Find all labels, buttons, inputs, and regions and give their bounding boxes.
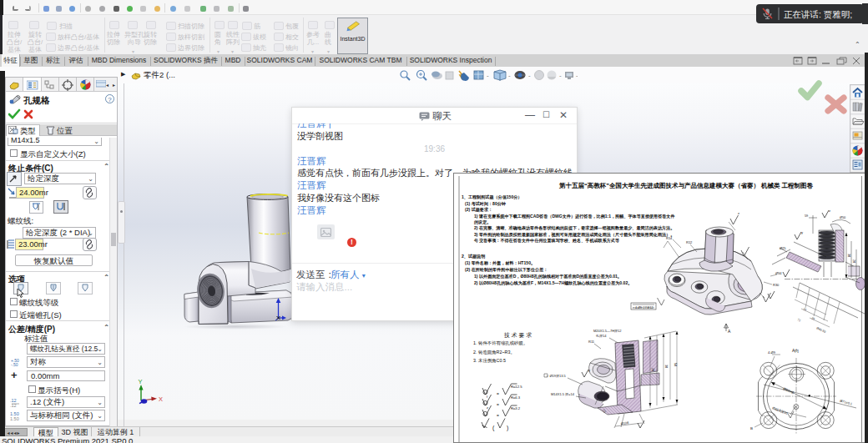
svg-text:M20X1.5—7H深12: M20X1.5—7H深12	[593, 329, 622, 333]
svg-text:A向: A向	[792, 348, 799, 353]
svg-text:X: X	[159, 395, 163, 403]
svg-text:2. 铸造圆角R2~R3。: 2. 铸造圆角R2~R3。	[473, 350, 515, 355]
svg-text:z: z	[829, 209, 830, 213]
svg-text:技术要求: 技术要求	[503, 332, 533, 339]
svg-text:⌐ 4-Ø9 ▽7深12: ⌐ 4-Ø9 ▽7深12	[633, 306, 653, 310]
svg-text:Ø34: Ø34	[775, 271, 782, 275]
svg-text:2) 在完整、清晰、准确地表达零件各形状结构的前提下，要求选: 2) 在完整、清晰、准确地表达零件各形状结构的前提下，要求选择一组视图数量最少、…	[474, 225, 674, 231]
svg-text:): )	[507, 425, 508, 431]
svg-text:-: -	[559, 72, 562, 79]
svg-text:R14: R14	[666, 236, 673, 240]
svg-text:Ø50: Ø50	[840, 216, 845, 219]
svg-text:-: -	[528, 72, 531, 79]
svg-text:1.50: 1.50	[10, 416, 19, 420]
svg-text:59: 59	[805, 214, 808, 218]
svg-text:38: 38	[664, 365, 668, 368]
svg-text:=: =	[497, 402, 499, 407]
svg-text:R12: R12	[686, 240, 693, 244]
svg-text:R11: R11	[588, 340, 595, 344]
svg-text:(1) 零件名称：外盖，材料：HT150。: (1) 零件名称：外盖，材料：HT150。	[465, 260, 535, 266]
svg-text:28: 28	[852, 259, 855, 263]
svg-text:-.50: -.50	[11, 362, 18, 367]
svg-text:(2) 试题要求：: (2) 试题要求：	[465, 207, 492, 213]
svg-text:⌐ Ø19深13.5: ⌐ Ø19深13.5	[547, 374, 567, 378]
svg-text:(2) 在所绘制的零件图中标注以下形位公差：: (2) 在所绘制的零件图中标注以下形位公差：	[465, 267, 548, 273]
svg-text:B: B	[750, 426, 753, 430]
svg-text:3. 未注倒角C0.5: 3. 未注倒角C0.5	[473, 358, 506, 364]
svg-text:1) 以外圆面定位基准D，Ø80H8孔的轴线相对于基准面D的: 1) 以外圆面定位基准D，Ø80H8孔的轴线相对于基准面D的垂直度公差为0.01…	[474, 274, 622, 279]
svg-text:58: 58	[674, 363, 677, 366]
svg-text:z: z	[738, 211, 739, 215]
svg-text:2) 以Ø80H8孔的轴心线为基准F，M14X1.5—7H螺: 2) 以Ø80H8孔的轴心线为基准F，M14X1.5—7H螺纹孔轴心线的位置度公…	[474, 280, 632, 286]
svg-text:1、工程制图试题（分值150分）: 1、工程制图试题（分值150分）	[462, 194, 522, 200]
svg-text:Ra3.2: Ra3.2	[511, 406, 521, 410]
svg-text:R30: R30	[773, 283, 780, 287]
svg-text:Ra6.3: Ra6.3	[511, 395, 521, 400]
svg-text:Ra12.5: Ra12.5	[511, 385, 522, 389]
svg-text:38: 38	[847, 254, 850, 257]
svg-text:.12: .12	[10, 403, 17, 407]
svg-text:(1) 考试时间：80分钟: (1) 考试时间：80分钟	[465, 201, 506, 207]
svg-text:28: 28	[651, 368, 654, 371]
svg-text:2、试题说明: 2、试题说明	[462, 254, 485, 259]
svg-text:y: y	[588, 368, 590, 372]
svg-text:-: -	[576, 72, 578, 79]
svg-text:M14X1.5 深=14: M14X1.5 深=14	[551, 392, 575, 396]
svg-text:4-Ø9: 4-Ø9	[768, 350, 776, 355]
svg-text:1) 请在竞赛系统中下载工程图CAD答卷（DWG文件）进行答: 1) 请在竞赛系统中下载工程图CAD答卷（DWG文件）进行答卷，比例1:1，图幅…	[474, 214, 675, 219]
svg-text:3) 零件图的绘制品质按照最新国家标准，视图可采用规定画法或: 3) 零件图的绘制品质按照最新国家标准，视图可采用规定画法或简化画法（尺寸箭头不…	[474, 232, 674, 238]
svg-text:-: -	[508, 72, 511, 79]
svg-text:1. 铸件不许有缩孔或砂眼。: 1. 铸件不许有缩孔或砂眼。	[473, 340, 527, 346]
svg-text:Y: Y	[139, 378, 143, 385]
svg-text:的设定。: 的设定。	[474, 219, 491, 225]
svg-text:y: y	[801, 230, 803, 234]
svg-text:第十五届“高教杯”全国大学生先进成图技术与产品信息建模大赛（: 第十五届“高教杯”全国大学生先进成图技术与产品信息建模大赛（省赛） 机械类 工程…	[558, 182, 814, 189]
svg-text:Ø25: Ø25	[780, 246, 786, 250]
svg-text:孔深14: 孔深14	[596, 334, 607, 338]
svg-text:=: =	[497, 391, 499, 396]
svg-text:=: =	[497, 413, 499, 418]
svg-text:-: -	[487, 72, 489, 79]
svg-text:z: z	[487, 405, 488, 410]
svg-text:4) 交卷事项：不得在答卷文件中任何位置填写学校、姓名、手机: 4) 交卷事项：不得在答卷文件中任何位置填写学校、姓名、手机或联系方式等	[474, 238, 620, 244]
